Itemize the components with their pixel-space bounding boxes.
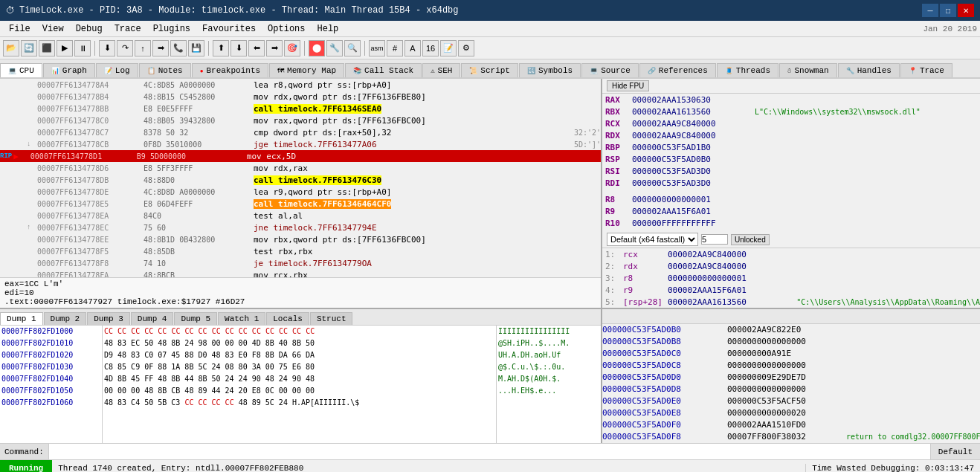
reg-row[interactable]: RBP 000000C53F5AD1B0 (602, 141, 980, 153)
memmap-row[interactable]: 000000C53F5AD0E0 000000C53F5ACF50 (602, 395, 980, 407)
menu-plugins[interactable]: Plugins (147, 22, 196, 36)
disasm-row[interactable]: 00007FF6134778EE 48:8B1D 0B432800 mov rb… (0, 233, 601, 245)
disasm-row[interactable]: 00007FF6134778F5 48:85DB test rbx,rbx (0, 245, 601, 257)
dump-tab-struct[interactable]: Struct (310, 312, 353, 325)
disasm-row[interactable]: 00007FF6134778BB E8 E0E5FFFF call timelo… (0, 103, 601, 114)
reg-row[interactable]: RSP 000000C53F5AD0B0 (602, 153, 980, 165)
tab-threads[interactable]: 🧵 Threads (717, 63, 778, 77)
dump-tab-dump4[interactable]: Dump 4 (131, 312, 174, 325)
dump-tab-locals[interactable]: Locals (266, 312, 309, 325)
tab-handles[interactable]: 🔧 Handles (838, 63, 900, 77)
tb-open[interactable]: 📂 (3, 40, 19, 56)
tb-runtocursor[interactable]: ➡ (152, 40, 169, 56)
tab-symbols[interactable]: 🔣 Symbols (519, 63, 581, 77)
disasm-row[interactable]: 00007FF6134778C7 8378 50 32 cmp dword pt… (0, 126, 601, 138)
tab-cpu[interactable]: 💻 CPU (0, 63, 42, 79)
tb-right[interactable]: ➡ (266, 40, 283, 56)
tab-graph[interactable]: 📊 Graph (43, 63, 95, 77)
dump-tab-dump3[interactable]: Dump 3 (87, 312, 130, 325)
dump-tab-dump1[interactable]: Dump 1 (0, 312, 43, 325)
tb-stop[interactable]: ⬛ (39, 40, 55, 56)
tb-up[interactable]: ⬆ (213, 40, 229, 56)
reg-row[interactable]: RCX 000002AAA9C840000 (602, 117, 980, 129)
tb-restart[interactable]: 🔄 (21, 40, 37, 56)
menu-favourites[interactable]: Favourites (196, 22, 262, 36)
tb-hex[interactable]: 16 (422, 40, 439, 56)
disasm-row[interactable]: 00007FF6134778A4 4C:8D85 A0000000 lea r8… (0, 79, 601, 91)
menu-trace[interactable]: Trace (109, 22, 147, 36)
cmd-input[interactable] (49, 447, 930, 456)
tb-asm[interactable]: asm (369, 40, 385, 56)
tab-memorymap[interactable]: 🗺 Memory Map (269, 63, 344, 77)
memmap-row[interactable]: 000000C53F5AD0D0 000000009E29DE7D (602, 372, 980, 384)
tb-breakpoint[interactable]: ⬤ (309, 40, 325, 56)
memmap-scroll[interactable]: 000000C53F5AD0B0 000002AA9C822E0 000000C… (602, 324, 980, 443)
tb-settings2[interactable]: ⚙ (458, 40, 474, 56)
tab-script[interactable]: 📜 Script (461, 63, 518, 77)
reg-row[interactable]: RDX 000002AAA9C840000 (602, 129, 980, 141)
disasm-row[interactable]: 00007FF6134778B4 48:8B15 C5452800 mov rd… (0, 91, 601, 103)
menu-help[interactable]: Help (312, 22, 345, 36)
menu-file[interactable]: File (3, 22, 36, 36)
tb-runtomem[interactable]: 💾 (188, 40, 204, 56)
hide-fpu-button[interactable]: Hide FPU (607, 80, 649, 91)
tab-breakpoints[interactable]: ● Breakpoints (192, 63, 268, 77)
tab-notes[interactable]: 📋 Notes (139, 63, 191, 77)
menu-options[interactable]: Options (262, 22, 311, 36)
tb-left[interactable]: ⬅ (248, 40, 265, 56)
disasm-row[interactable]: 00007FF6134778EA 84C0 test al,al (0, 210, 601, 222)
tb-runtocall[interactable]: 📞 (170, 40, 187, 56)
menu-debug[interactable]: Debug (70, 22, 109, 36)
menu-view[interactable]: View (36, 22, 70, 36)
disasm-row[interactable]: ↓ 00007FF6134778CB 0F8D 35010000 jge tim… (0, 138, 601, 150)
tb-patch[interactable]: 🔧 (326, 40, 343, 56)
tb-pause[interactable]: ⏸ (74, 40, 91, 56)
memmap-row[interactable]: 000000C53F5AD0F8 00007FF800F38032 return… (602, 431, 980, 443)
fastcall-spin[interactable] (701, 234, 728, 245)
tb-stepinto[interactable]: ⬇ (99, 40, 115, 56)
tb-log2[interactable]: 📝 (440, 40, 457, 56)
disasm-row[interactable]: 00007FF6134778D6 E8 5FF3FFFF mov rdx,rax (0, 162, 601, 174)
reg-row[interactable]: R10 000000FFFFFFFFFFF (602, 217, 980, 229)
tb-hash[interactable]: # (387, 40, 403, 56)
memmap-row[interactable]: 000000C53F5AD0C8 0000000000000000 (602, 360, 980, 372)
memmap-row[interactable]: 000000C53F5AD0B0 000002AA9C822E0 (602, 324, 980, 336)
dump-tab-watch1[interactable]: Watch 1 (218, 312, 265, 325)
memmap-row[interactable]: 000000C53F5AD0E8 0000000000000020 (602, 407, 980, 419)
tb-search[interactable]: 🔍 (344, 40, 361, 56)
tab-trace[interactable]: 📍 Trace (900, 63, 952, 77)
reg-row[interactable]: RDI 000000C53F5AD3D0 (602, 177, 980, 189)
memmap-row[interactable]: 000000C53F5AD0C0 000000000A91E (602, 348, 980, 360)
disasm-row[interactable]: RIP▶ 00007FF6134778D1 B9 5D000000 mov ec… (0, 150, 601, 162)
minimize-button[interactable]: ─ (922, 4, 938, 17)
tb-font[interactable]: A (404, 40, 421, 56)
reg-row[interactable]: RAX 000002AAA1530630 (602, 94, 980, 106)
tab-snowman[interactable]: ☃ Snowman (779, 63, 837, 77)
reg-scroll[interactable]: RAX 000002AAA1530630 RBX 000002AAA161356… (602, 94, 980, 231)
tb-goto[interactable]: 🎯 (284, 40, 300, 56)
tab-callstack[interactable]: 📚 Call Stack (345, 63, 422, 77)
memmap-row[interactable]: 000000C53F5AD0D8 0000000000000000 (602, 384, 980, 395)
reg-row[interactable]: R9 000002AAA15F6A01 (602, 205, 980, 217)
dump-tab-dump5[interactable]: Dump 5 (174, 312, 217, 325)
tb-down[interactable]: ⬇ (231, 40, 247, 56)
disasm-row[interactable]: ↑ 00007FF6134778EC 75 60 jne timelock.7F… (0, 222, 601, 233)
reg-row[interactable]: RSI 000000C53F5AD3D0 (602, 165, 980, 177)
disasm-row[interactable]: 00007FF6134778E5 E8 06D4FEFF call timelo… (0, 198, 601, 210)
tab-source[interactable]: 💻 Source (581, 63, 639, 77)
maximize-button[interactable]: □ (940, 4, 956, 17)
disasm-row[interactable]: 00007FF6134778DE 4C:8D8D A0000000 lea r9… (0, 186, 601, 198)
reg-row[interactable]: RBX 000002AAA1613560 L"C:\\Windows\\syst… (602, 106, 980, 117)
tab-references[interactable]: 🔗 References (639, 63, 716, 77)
reg-row[interactable]: R8 0000000000000001 (602, 193, 980, 205)
memmap-row[interactable]: 000000C53F5AD0B8 0000000000000000 (602, 336, 980, 348)
disasm-row[interactable]: 00007FF6134778DB 48:88D0 call timelock.7… (0, 174, 601, 186)
fastcall-select[interactable]: Default (x64 fastcall) (607, 233, 698, 246)
close-button[interactable]: ✕ (958, 4, 974, 17)
disasm-scroll[interactable]: 00007FF6134778A4 4C:8D85 A0000000 lea r8… (0, 79, 601, 277)
memmap-row[interactable]: 000000C53F5AD0F0 000002AAA1510FD0 (602, 419, 980, 431)
disasm-row[interactable]: 00007FF6134778FA 48:8BCB mov rcx,rbx (0, 269, 601, 277)
tab-seh[interactable]: ⚠ SEH (422, 63, 460, 77)
unlocked-button[interactable]: Unlocked (731, 234, 770, 245)
tb-stepover[interactable]: ↷ (117, 40, 133, 56)
